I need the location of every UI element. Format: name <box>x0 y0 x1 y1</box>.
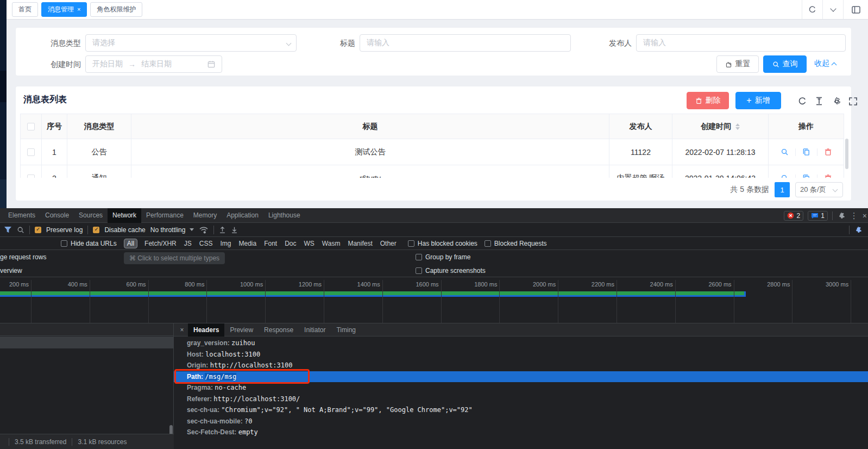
show-overview-label-clipped[interactable]: verview <box>0 267 22 275</box>
refresh-page-button[interactable] <box>802 0 822 19</box>
copy-row-icon[interactable] <box>802 148 810 156</box>
blocked-requests-checkbox[interactable] <box>485 240 491 247</box>
network-conditions-icon[interactable] <box>199 226 209 234</box>
devtools-tab-console[interactable]: Console <box>40 208 74 223</box>
group-by-frame-checkbox[interactable] <box>416 254 422 260</box>
disable-cache-checkbox[interactable] <box>93 227 99 233</box>
view-row-icon[interactable] <box>781 148 789 156</box>
devtools-tab-network[interactable]: Network <box>108 208 141 223</box>
nav-tab-0[interactable]: 首页 <box>12 2 38 17</box>
copy-row-icon[interactable] <box>802 174 810 178</box>
network-settings-gear-icon[interactable] <box>854 226 863 234</box>
details-tab-response[interactable]: Response <box>259 323 299 336</box>
details-tab-timing[interactable]: Timing <box>331 323 361 336</box>
header-line-origin[interactable]: Origin: http://localhost:3100 <box>174 360 868 371</box>
filter-type-fetchxhr[interactable]: Fetch/XHR <box>144 240 177 247</box>
column-header-1[interactable]: 消息类型 <box>67 114 131 139</box>
filter-type-css[interactable]: CSS <box>199 240 213 247</box>
message-type-select[interactable]: 请选择 <box>85 34 297 52</box>
error-badge[interactable]: 2 <box>784 211 803 221</box>
query-button[interactable]: 查询 <box>763 55 807 73</box>
filter-type-ws[interactable]: WS <box>304 240 315 247</box>
collapsed-sidebar[interactable] <box>0 0 7 208</box>
filter-type-media[interactable]: Media <box>238 240 256 247</box>
close-tab-icon[interactable]: × <box>77 7 80 13</box>
title-input[interactable]: 请输入 <box>360 34 571 52</box>
delete-row-icon[interactable] <box>824 148 832 156</box>
tab-list-button[interactable] <box>822 0 843 19</box>
delete-row-icon[interactable] <box>824 174 832 178</box>
page-size-select[interactable]: 20 条/页 <box>795 182 843 197</box>
filter-type-doc[interactable]: Doc <box>285 240 296 247</box>
hide-data-urls-checkbox[interactable] <box>61 240 67 247</box>
table-settings-button[interactable] <box>832 96 841 106</box>
filter-type-img[interactable]: Img <box>220 240 231 247</box>
add-button[interactable]: + 新增 <box>735 92 781 109</box>
devtools-tab-sources[interactable]: Sources <box>74 208 108 223</box>
table-scrollbar[interactable] <box>845 139 848 169</box>
timeline-overview[interactable]: 200 ms400 ms600 ms800 ms1000 ms1200 ms14… <box>0 277 868 323</box>
devtools-tab-application[interactable]: Application <box>222 208 263 223</box>
column-header-3[interactable]: 发布人 <box>609 114 672 139</box>
group-by-frame-option[interactable]: Group by frame <box>416 253 470 261</box>
header-line-host[interactable]: Host: localhost:3100 <box>174 349 868 360</box>
devtools-settings-gear-icon[interactable] <box>837 211 846 220</box>
page-number-button[interactable]: 1 <box>775 182 790 197</box>
kebab-menu-icon[interactable]: ⋮ <box>850 211 858 221</box>
collapse-link[interactable]: 收起 <box>814 59 836 68</box>
filter-type-other[interactable]: Other <box>380 240 397 247</box>
row-checkbox[interactable] <box>27 148 35 156</box>
row-height-button[interactable] <box>814 96 824 106</box>
publisher-input[interactable]: 请输入 <box>636 34 846 52</box>
layout-button[interactable] <box>843 0 868 19</box>
search-icon[interactable] <box>17 226 24 234</box>
nav-tab-2[interactable]: 角色权限维护 <box>90 2 142 17</box>
use-large-request-rows-label-clipped[interactable]: ge request rows <box>0 253 46 261</box>
issues-badge[interactable]: 1 <box>808 211 828 221</box>
details-tab-headers[interactable]: Headers <box>188 323 224 336</box>
table-refresh-button[interactable] <box>797 96 807 106</box>
capture-screenshots-checkbox[interactable] <box>416 267 422 274</box>
row-checkbox[interactable] <box>27 174 35 178</box>
has-blocked-cookies-checkbox[interactable] <box>408 240 414 247</box>
throttling-select[interactable]: No throttling <box>150 226 194 234</box>
header-line-gray_version[interactable]: gray_version: zuihou <box>174 338 868 349</box>
filter-funnel-icon[interactable] <box>4 226 12 233</box>
reset-button[interactable]: 重置 <box>716 55 759 73</box>
column-header-0[interactable]: 序号 <box>42 114 67 139</box>
preserve-log-checkbox[interactable] <box>35 227 41 233</box>
header-line-sec-fetch-dest[interactable]: Sec-Fetch-Dest: empty <box>174 427 868 438</box>
column-header-5[interactable]: 操作 <box>769 114 844 139</box>
details-tab-initiator[interactable]: Initiator <box>299 323 331 336</box>
date-range-picker[interactable]: 开始日期 → 结束日期 <box>85 55 222 73</box>
filter-type-wasm[interactable]: Wasm <box>322 240 341 247</box>
export-har-icon[interactable] <box>231 226 238 234</box>
header-line-pragma[interactable]: Pragma: no-cache <box>174 382 868 394</box>
details-tab-preview[interactable]: Preview <box>224 323 259 336</box>
header-line-sec-ch-ua-mobile[interactable]: sec-ch-ua-mobile: ?0 <box>174 416 868 427</box>
filter-type-manifest[interactable]: Manifest <box>348 240 372 247</box>
delete-button[interactable]: 删除 <box>687 92 729 109</box>
nav-tab-1[interactable]: 消息管理× <box>41 2 87 17</box>
capture-screenshots-option[interactable]: Capture screenshots <box>416 267 486 275</box>
import-har-icon[interactable] <box>219 226 226 234</box>
devtools-tab-lighthouse[interactable]: Lighthouse <box>263 208 305 223</box>
devtools-tab-performance[interactable]: Performance <box>141 208 188 223</box>
fullscreen-button[interactable] <box>848 96 858 106</box>
view-row-icon[interactable] <box>781 174 789 178</box>
header-line-path[interactable]: Path: /msg/msg <box>174 371 868 383</box>
filter-all[interactable]: All <box>124 239 137 248</box>
header-line-sec-ch-ua[interactable]: sec-ch-ua: "Chromium";v="92", " Not A;Br… <box>174 404 868 416</box>
close-devtools-icon[interactable]: × <box>863 211 867 220</box>
devtools-tab-memory[interactable]: Memory <box>188 208 222 223</box>
filter-type-font[interactable]: Font <box>264 240 277 247</box>
sort-carets-icon[interactable] <box>735 123 740 130</box>
filter-type-js[interactable]: JS <box>184 240 192 247</box>
selected-request-row[interactable] <box>0 336 173 348</box>
select-all-checkbox[interactable] <box>27 123 35 130</box>
header-line-referer[interactable]: Referer: http://localhost:3100/ <box>174 394 868 405</box>
column-header-4[interactable]: 创建时间 <box>672 114 769 139</box>
devtools-tab-elements[interactable]: Elements <box>3 208 40 223</box>
column-header-2[interactable]: 标题 <box>131 114 609 139</box>
close-details-icon[interactable]: × <box>177 326 187 334</box>
